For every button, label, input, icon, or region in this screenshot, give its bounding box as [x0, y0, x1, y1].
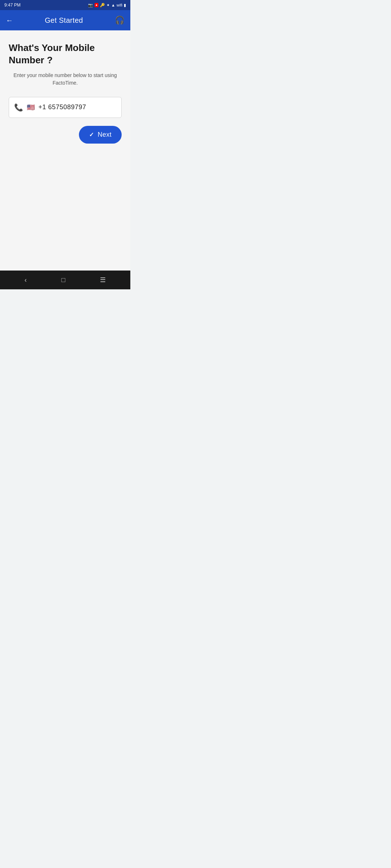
status-time: 9:47 PM: [4, 3, 21, 8]
status-icons: 📷 ● 🔑 ✦ ▲ wifi ▮: [88, 3, 126, 8]
back-button[interactable]: ←: [6, 16, 13, 25]
signal-icon: ▲: [111, 3, 115, 7]
nav-home-button[interactable]: □: [59, 273, 68, 287]
phone-icon: 📞: [14, 103, 23, 112]
help-icon[interactable]: 🎧: [115, 16, 125, 25]
nav-menu-button[interactable]: ☰: [97, 273, 109, 287]
app-bar-title: Get Started: [45, 16, 83, 25]
phone-number-input[interactable]: +1 6575089797: [38, 103, 86, 111]
phone-input-container[interactable]: 📞 🇺🇸 +1 6575089797: [9, 97, 122, 118]
video-camera-icon: 📷: [88, 3, 93, 8]
next-button-label: Next: [98, 131, 112, 139]
bottom-nav: ‹ □ ☰: [0, 271, 130, 289]
check-icon: ✓: [89, 131, 94, 138]
next-button[interactable]: ✓ Next: [79, 126, 122, 144]
wifi-icon: wifi: [117, 3, 122, 7]
app-bar: ← Get Started 🎧: [0, 10, 130, 30]
status-bar: 9:47 PM 📷 ● 🔑 ✦ ▲ wifi ▮: [0, 0, 130, 10]
record-icon: ●: [94, 3, 98, 7]
page-heading: What's Your Mobile Number ?: [9, 42, 122, 67]
content-spacer: [0, 211, 130, 271]
page-subtext: Enter your mobile number below to start …: [9, 72, 122, 87]
nav-back-button[interactable]: ‹: [22, 273, 30, 287]
key-icon: 🔑: [100, 3, 105, 8]
main-content: What's Your Mobile Number ? Enter your m…: [0, 30, 130, 211]
bluetooth-icon: ✦: [106, 3, 110, 8]
battery-icon: ▮: [124, 3, 126, 8]
country-flag: 🇺🇸: [27, 103, 35, 111]
next-button-row: ✓ Next: [9, 126, 122, 144]
